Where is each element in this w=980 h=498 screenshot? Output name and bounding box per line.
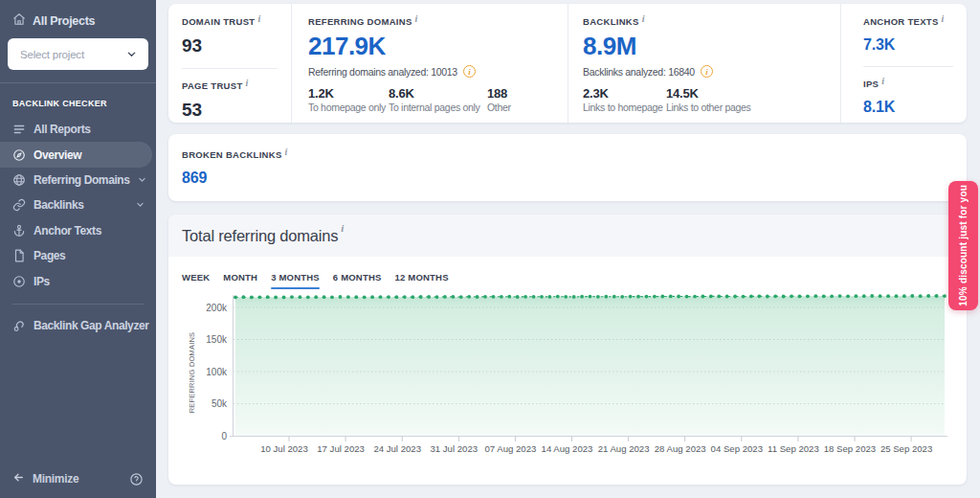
globe-icon xyxy=(12,173,26,187)
broken-backlinks-label: BROKEN BACKLINKSi xyxy=(182,149,953,160)
divider xyxy=(863,66,953,67)
sidebar-item-backlink-gap-analyzer[interactable]: Backlink Gap Analyzer xyxy=(0,313,156,338)
compass-icon xyxy=(12,148,26,162)
home-icon xyxy=(12,12,26,29)
domain-trust-label: DOMAIN TRUSTi xyxy=(182,16,278,27)
backlinks-value: 8.9M xyxy=(583,34,840,59)
svg-text:0: 0 xyxy=(221,431,227,441)
svg-text:07 Aug 2023: 07 Aug 2023 xyxy=(484,443,536,454)
main-content: DOMAIN TRUSTi 93 PAGE TRUSTi 53 REFERRIN… xyxy=(156,0,980,498)
referring-domains-column: REFERRING DOMAINSi 217.9K Referring doma… xyxy=(291,4,568,123)
referring-domains-analyzed: Referring domains analyzed: 10013 i xyxy=(308,65,568,78)
tab-6-months[interactable]: 6 MONTHS xyxy=(333,272,382,289)
gap-analyzer-icon xyxy=(12,319,26,332)
substat-internal-pages: 8.6K To internal pages only xyxy=(389,87,487,113)
svg-text:24 Jul 2023: 24 Jul 2023 xyxy=(373,443,421,454)
info-superscript: i xyxy=(881,76,884,86)
minimize-button[interactable]: Minimize xyxy=(12,471,78,487)
svg-text:11 Sep 2023: 11 Sep 2023 xyxy=(768,443,819,454)
substat-other: 188 Other xyxy=(487,87,511,113)
sidebar-footer: Minimize xyxy=(0,460,156,498)
all-projects-label: All Projects xyxy=(33,14,95,28)
chart-title: Total referring domainsi xyxy=(182,227,344,245)
backlinks-column: BACKLINKSi 8.9M Backlinks analyzed: 1684… xyxy=(568,4,840,123)
svg-text:200k: 200k xyxy=(206,303,228,313)
arrow-left-icon xyxy=(12,471,25,487)
sidebar-item-pages[interactable]: Pages xyxy=(0,243,156,268)
substat-homepage-only: 1.2K To homepage only xyxy=(308,87,389,113)
backlinks-substats: 2.3K Links to homepage 14.5K Links to ot… xyxy=(583,87,840,113)
reports-icon xyxy=(12,123,26,136)
info-superscript: i xyxy=(415,13,418,24)
chart-header: Total referring domainsi xyxy=(168,215,967,257)
svg-text:17 Jul 2023: 17 Jul 2023 xyxy=(317,443,365,454)
area-chart: 050k100k150k200kREFERRING DOMAINS10 Jul … xyxy=(168,293,967,485)
total-referring-domains-card: Total referring domainsi WEEK MONTH 3 MO… xyxy=(168,215,967,485)
summary-metrics-card: DOMAIN TRUSTi 93 PAGE TRUSTi 53 REFERRIN… xyxy=(168,4,967,123)
svg-text:100k: 100k xyxy=(206,367,228,377)
svg-text:150k: 150k xyxy=(206,334,228,345)
anchor-texts-value[interactable]: 7.3K xyxy=(863,37,953,53)
discount-ribbon-text: 10% discount just for you xyxy=(958,185,969,306)
referring-domains-chart[interactable]: 050k100k150k200kREFERRING DOMAINS10 Jul … xyxy=(168,293,967,485)
info-superscript: i xyxy=(642,13,645,24)
sidebar-divider xyxy=(12,304,144,305)
svg-text:04 Sep 2023: 04 Sep 2023 xyxy=(711,443,763,454)
sidebar-item-backlinks[interactable]: Backlinks xyxy=(0,192,156,217)
info-superscript: i xyxy=(341,222,344,234)
anchor-ips-column: ANCHOR TEXTSi 7.3K IPSi 8.1K xyxy=(840,4,967,123)
page-trust-label: PAGE TRUSTi xyxy=(182,80,278,91)
sidebar-item-anchor-texts[interactable]: Anchor Texts xyxy=(0,218,156,243)
page-icon xyxy=(12,249,26,262)
svg-text:31 Jul 2023: 31 Jul 2023 xyxy=(430,443,478,454)
sidebar-item-ips[interactable]: IPs xyxy=(0,268,156,293)
substat-links-homepage: 2.3K Links to homepage xyxy=(583,87,666,113)
svg-text:21 Aug 2023: 21 Aug 2023 xyxy=(598,443,650,454)
sidebar-item-all-reports[interactable]: All Reports xyxy=(0,117,156,142)
backlinks-analyzed: Backlinks analyzed: 16840 i xyxy=(583,65,840,78)
sidebar: All Projects Select project BACKLINK CHE… xyxy=(0,0,156,498)
page-trust-value: 53 xyxy=(182,101,278,119)
tab-12-months[interactable]: 12 MONTHS xyxy=(395,272,449,289)
link-icon xyxy=(12,198,26,212)
info-superscript: i xyxy=(257,13,260,24)
chevron-down-icon xyxy=(136,198,145,212)
backlinks-label: BACKLINKSi xyxy=(583,16,840,27)
tab-3-months[interactable]: 3 MONTHS xyxy=(271,272,320,289)
divider xyxy=(182,68,278,69)
project-select-placeholder: Select project xyxy=(20,49,84,60)
help-icon[interactable] xyxy=(129,472,144,487)
ips-value[interactable]: 8.1K xyxy=(863,100,953,115)
broken-backlinks-value[interactable]: 869 xyxy=(182,170,953,186)
info-superscript: i xyxy=(285,147,288,157)
referring-domains-label: REFERRING DOMAINSi xyxy=(308,16,568,27)
info-icon[interactable]: i xyxy=(463,65,476,78)
tab-month[interactable]: MONTH xyxy=(223,272,257,289)
ips-label: IPSi xyxy=(863,79,953,89)
svg-text:10 Jul 2023: 10 Jul 2023 xyxy=(260,443,308,454)
target-icon xyxy=(12,275,26,288)
sidebar-item-referring-domains[interactable]: Referring Domains xyxy=(0,168,156,192)
svg-text:25 Sep 2023: 25 Sep 2023 xyxy=(880,443,932,454)
all-projects-link[interactable]: All Projects xyxy=(0,11,156,38)
project-select-dropdown[interactable]: Select project xyxy=(8,38,148,70)
domain-trust-value: 93 xyxy=(182,36,278,55)
svg-text:18 Sep 2023: 18 Sep 2023 xyxy=(824,443,876,454)
chart-period-tabs: WEEK MONTH 3 MONTHS 6 MONTHS 12 MONTHS xyxy=(168,257,967,293)
referring-domains-value: 217.9K xyxy=(308,34,568,59)
svg-text:28 Aug 2023: 28 Aug 2023 xyxy=(655,443,706,454)
trust-column: DOMAIN TRUSTi 93 PAGE TRUSTi 53 xyxy=(168,4,291,123)
substat-links-other-pages: 14.5K Links to other pages xyxy=(666,87,751,113)
sidebar-item-overview[interactable]: Overview xyxy=(0,142,152,167)
broken-backlinks-card: BROKEN BACKLINKSi 869 xyxy=(168,134,967,201)
anchor-icon xyxy=(12,224,26,238)
info-superscript: i xyxy=(942,13,945,24)
sidebar-section-label: BACKLINK CHECKER xyxy=(0,83,156,117)
minimize-label: Minimize xyxy=(33,472,78,486)
info-icon[interactable]: i xyxy=(701,65,713,78)
discount-ribbon[interactable]: 10% discount just for you xyxy=(948,181,978,310)
svg-text:14 Aug 2023: 14 Aug 2023 xyxy=(542,443,593,454)
tab-week[interactable]: WEEK xyxy=(182,272,210,289)
referring-domains-substats: 1.2K To homepage only 8.6K To internal p… xyxy=(308,87,568,113)
info-superscript: i xyxy=(246,78,249,88)
